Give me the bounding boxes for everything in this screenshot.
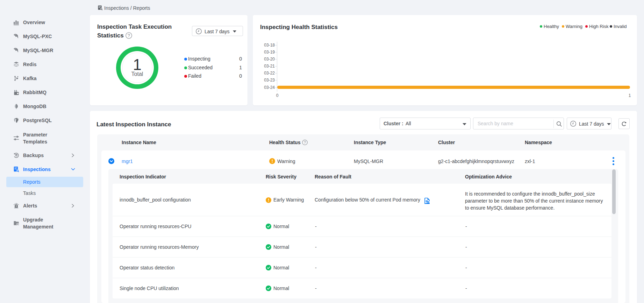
svg-text:?: ? xyxy=(304,140,306,145)
svg-text:?: ? xyxy=(128,33,130,38)
